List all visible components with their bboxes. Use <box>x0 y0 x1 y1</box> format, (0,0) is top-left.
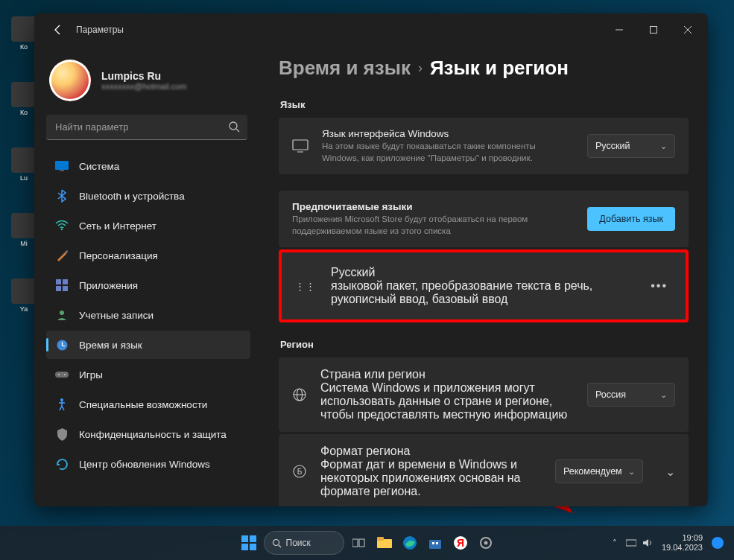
monitor-icon <box>292 138 309 154</box>
add-language-button[interactable]: Добавить язык <box>587 207 675 231</box>
preferred-languages-header: Предпочитаемые языки Приложения Microsof… <box>279 191 689 247</box>
format-desc: Формат дат и времени в Windows и некотор… <box>320 458 542 498</box>
section-language: Язык <box>280 99 689 110</box>
svg-point-4 <box>230 122 237 130</box>
taskbar: Поиск Я ˄ 19:09 19.04.2023 <box>0 526 734 560</box>
svg-rect-37 <box>429 540 441 549</box>
country-desc: Система Windows и приложения могут испол… <box>320 381 574 421</box>
chevron-down-icon: ⌄ <box>660 390 667 400</box>
nav-network[interactable]: Сеть и Интернет <box>46 211 250 240</box>
svg-rect-6 <box>55 161 69 170</box>
regional-format-card: Б Формат региона Формат дат и времени в … <box>279 434 689 506</box>
winlang-desc: На этом языке будут показываться такие к… <box>322 141 574 164</box>
system-icon <box>55 159 69 173</box>
format-dropdown[interactable]: Рекомендуем ⌄ <box>555 459 643 483</box>
drag-handle-icon[interactable]: ⋮⋮ <box>295 281 316 292</box>
close-button[interactable] <box>671 18 705 42</box>
brush-icon <box>55 249 69 262</box>
winlang-dropdown[interactable]: Русский ⌄ <box>587 134 675 158</box>
svg-rect-7 <box>60 170 64 171</box>
nav-list: Система Bluetooth и устройства Сеть и Ин… <box>46 152 250 478</box>
nav-accessibility[interactable]: Специальные возможности <box>46 390 250 419</box>
bluetooth-icon <box>55 189 69 203</box>
more-options-button[interactable]: ••• <box>651 279 668 293</box>
accessibility-icon <box>55 398 69 411</box>
taskbar-yandex[interactable]: Я <box>450 532 471 553</box>
taskbar-explorer[interactable] <box>374 532 395 553</box>
taskbar-settings[interactable] <box>475 532 496 553</box>
svg-line-5 <box>236 129 239 132</box>
taskbar-edge[interactable] <box>399 532 420 553</box>
svg-rect-32 <box>352 539 358 547</box>
nav-privacy[interactable]: Конфиденциальность и защита <box>46 420 250 448</box>
language-item-russian[interactable]: ⋮⋮ Русский языковой пакет, преобразовани… <box>279 249 689 322</box>
svg-line-31 <box>279 545 281 547</box>
minimize-button[interactable] <box>602 18 636 42</box>
nav-apps[interactable]: Приложения <box>46 271 250 299</box>
tray-expand-button[interactable]: ˄ <box>613 538 617 548</box>
globe-icon <box>292 387 307 402</box>
chevron-down-icon: ⌄ <box>628 467 635 477</box>
task-view-button[interactable] <box>349 532 370 553</box>
taskbar-store[interactable] <box>425 532 446 553</box>
avatar <box>49 60 91 101</box>
nav-personalization[interactable]: Персонализация <box>46 241 250 270</box>
country-dropdown[interactable]: Россия ⌄ <box>587 383 675 407</box>
globe-letter-icon: Б <box>292 464 307 479</box>
winlang-title: Язык интерфейса Windows <box>322 128 574 139</box>
user-profile[interactable]: Lumpics Ru xxxxxxxx@hotmail.com <box>49 60 247 101</box>
svg-rect-38 <box>432 542 434 544</box>
svg-rect-10 <box>63 279 68 284</box>
user-icon <box>55 308 69 322</box>
nav-gaming[interactable]: Игры <box>46 360 250 389</box>
lang-desc: языковой пакет, преобразование текста в … <box>331 279 636 306</box>
start-button[interactable] <box>238 532 259 553</box>
svg-point-17 <box>64 374 66 375</box>
format-title: Формат региона <box>320 445 542 458</box>
user-email: xxxxxxxx@hotmail.com <box>101 82 186 91</box>
notification-badge[interactable] <box>712 537 724 549</box>
settings-window: Параметры Lumpics Ru xxxxxxxx@hotmail.co… <box>34 13 708 506</box>
nav-update[interactable]: Центр обновления Windows <box>46 450 250 478</box>
back-button[interactable] <box>49 21 67 39</box>
expand-button[interactable]: ⌄ <box>665 465 675 479</box>
nav-accounts[interactable]: Учетные записи <box>46 301 250 329</box>
svg-rect-28 <box>241 544 248 550</box>
windows-display-language-card: Язык интерфейса Windows На этом языке бу… <box>279 118 689 174</box>
breadcrumb-parent[interactable]: Время и язык <box>279 57 411 80</box>
svg-point-13 <box>60 311 64 315</box>
chevron-down-icon: ⌄ <box>660 141 667 151</box>
svg-rect-44 <box>626 540 636 546</box>
svg-point-16 <box>58 374 60 375</box>
country-region-card: Страна или регион Система Windows и прил… <box>279 357 689 432</box>
sidebar: Lumpics Ru xxxxxxxx@hotmail.com Система … <box>34 46 258 506</box>
svg-point-18 <box>60 398 63 401</box>
nav-time-language[interactable]: Время и язык <box>46 331 250 359</box>
svg-rect-29 <box>250 544 256 550</box>
search-input[interactable] <box>46 115 247 140</box>
update-icon <box>55 457 69 471</box>
nav-bluetooth[interactable]: Bluetooth и устройства <box>46 182 250 210</box>
gamepad-icon <box>55 368 69 381</box>
svg-text:Б: Б <box>297 468 303 476</box>
svg-rect-15 <box>55 372 69 378</box>
user-name: Lumpics Ru <box>101 70 186 82</box>
breadcrumb-current: Язык и регион <box>430 57 569 80</box>
clock-tray[interactable]: 19:09 19.04.2023 <box>662 533 703 553</box>
svg-rect-9 <box>56 279 61 284</box>
nav-system[interactable]: Система <box>46 152 250 180</box>
svg-rect-12 <box>63 286 68 291</box>
svg-text:Я: Я <box>456 537 464 549</box>
taskbar-search[interactable]: Поиск <box>264 531 344 555</box>
svg-rect-26 <box>241 535 248 542</box>
country-title: Страна или регион <box>320 368 574 381</box>
shield-icon <box>55 427 69 441</box>
volume-tray-icon[interactable] <box>642 538 653 547</box>
preflang-title: Предпочитаемые языки <box>292 201 574 212</box>
chevron-right-icon: › <box>418 60 423 76</box>
network-tray-icon[interactable] <box>626 538 636 547</box>
svg-rect-33 <box>359 539 364 547</box>
apps-icon <box>55 279 69 292</box>
lang-name: Русский <box>331 266 636 279</box>
maximize-button[interactable] <box>636 18 671 42</box>
